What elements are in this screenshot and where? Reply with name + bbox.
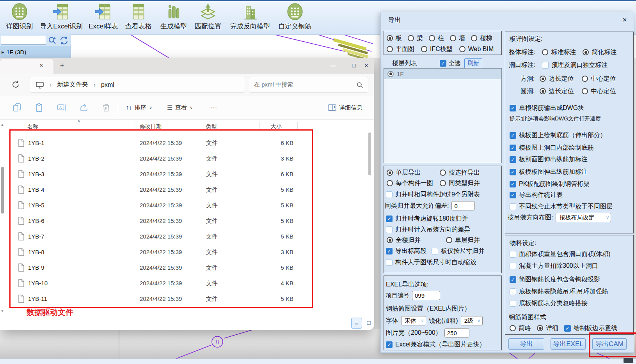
tab-close-icon[interactable]: × — [37, 61, 46, 70]
column-divider[interactable] — [203, 122, 203, 129]
ribbon-button-view-table[interactable]: 查看表格 — [122, 3, 155, 31]
table-row[interactable]: 1YB-42024/4/22 15:39文件5 KB — [11, 182, 364, 198]
radio-same-type-merge[interactable] — [440, 180, 446, 186]
copy-icon[interactable] — [12, 103, 22, 112]
table-row[interactable]: 1YB-62024/4/22 15:39文件5 KB — [11, 214, 364, 229]
table-row[interactable]: 1YB-102024/4/22 15:39文件4 KB — [11, 276, 364, 292]
checkbox-autoscale[interactable] — [386, 259, 393, 266]
view-menu[interactable]: ☰ 查看 ∨ — [167, 102, 193, 113]
checkbox-dwg-block[interactable] — [510, 105, 516, 111]
radio-whole-building-merge[interactable] — [387, 237, 393, 243]
column-header-date[interactable]: 修改日期 — [140, 123, 162, 130]
minimize-button[interactable]: — — [327, 60, 339, 71]
layout-dropdown[interactable]: 按板布局设定∨ — [556, 213, 611, 222]
ribbon-button-finish-reverse-model[interactable]: 完成反向模型 — [226, 3, 275, 31]
checkbox-include-opening-area[interactable] — [510, 251, 516, 258]
radio-standard-dim[interactable] — [542, 49, 548, 55]
radio-plate[interactable] — [387, 35, 393, 41]
checkbox-deduct-concrete[interactable] — [510, 263, 516, 269]
paste-icon[interactable] — [35, 103, 44, 112]
search-icon[interactable] — [356, 81, 363, 88]
radio-plan-view[interactable] — [387, 46, 393, 52]
left-scrollbar-thumb[interactable] — [1, 167, 4, 214]
breadcrumb[interactable]: › 新建文件夹 › pxml — [30, 77, 245, 93]
export-cam-button[interactable]: 导出CAM — [592, 338, 627, 350]
close-button[interactable]: × — [361, 60, 372, 71]
ribbon-button-custom-rebar[interactable]: 自定义钢筋 — [276, 3, 314, 31]
large-icon-view-toggle[interactable]: □ — [364, 318, 374, 328]
floor-item-1f[interactable]: 1F — [384, 69, 501, 79]
radio-ifc-model[interactable] — [421, 46, 427, 52]
explorer-search-input[interactable]: 在 pxml 中搜索 — [249, 77, 368, 93]
refresh-icon[interactable] — [11, 80, 20, 89]
ribbon-button-match-position[interactable]: 匹配位置 — [191, 3, 225, 31]
export-button[interactable]: 导出 — [508, 338, 544, 350]
checkbox-section-rebar-dim[interactable] — [510, 156, 516, 163]
checkbox-opening-independent[interactable] — [542, 62, 549, 69]
radio-square-center[interactable] — [582, 76, 588, 82]
radio-one-per-component[interactable] — [387, 180, 393, 186]
checkbox-excel-compat[interactable] — [386, 341, 393, 348]
dialog-close-button[interactable]: × — [620, 15, 630, 25]
tree-item-1f-3d[interactable]: ▸ 1F (3D) — [0, 46, 71, 58]
radio-by-selection-export[interactable] — [440, 170, 446, 176]
more-options-icon[interactable]: ⋯ — [211, 102, 217, 113]
checkbox-draw-edge-line[interactable] — [564, 325, 571, 332]
export-exel-button[interactable]: 导出EXEL — [551, 338, 586, 350]
maximize-button[interactable]: □ — [348, 60, 360, 71]
delete-icon[interactable] — [101, 103, 111, 112]
radio-style-detail[interactable] — [537, 325, 543, 331]
rename-icon[interactable]: A — [57, 103, 66, 112]
radio-column[interactable] — [429, 35, 435, 41]
refresh-button[interactable]: 刷新 — [464, 58, 482, 68]
zoom-plus-icon[interactable] — [48, 36, 57, 45]
checkbox-hide-hoist-ring[interactable] — [510, 288, 516, 295]
checkbox-elevation[interactable] — [386, 248, 393, 254]
checkbox-pk-truss[interactable] — [510, 181, 516, 187]
breadcrumb-item-pxml[interactable]: pxml — [101, 81, 114, 88]
radio-single-floor-export[interactable] — [387, 170, 393, 176]
table-row[interactable]: 1YB-82024/4/22 15:39文件3 KB — [11, 245, 364, 260]
ribbon-button-import-excel[interactable]: 导入Excel识别 — [37, 3, 85, 31]
radio-wall[interactable] — [450, 35, 456, 41]
ribbon-button-generate-model[interactable]: 生成模型 — [157, 3, 190, 31]
scroll-down-icon[interactable]: ▼ — [0, 309, 4, 313]
column-divider[interactable] — [135, 122, 135, 129]
table-row[interactable]: 1YB-112024/4/22 15:39文件5 KB — [11, 292, 364, 307]
checkbox-hook-projection[interactable] — [510, 276, 516, 283]
model-search-input[interactable] — [1, 36, 46, 45]
checkbox-opening-bottom-rebar[interactable] — [510, 145, 516, 151]
radio-single-floor-merge[interactable] — [446, 237, 452, 243]
ribbon-button-excel-template[interactable]: Excel样表 — [87, 3, 120, 31]
radio-square-edge[interactable] — [540, 76, 546, 82]
radio-simplified-dim[interactable] — [583, 49, 589, 55]
checkbox-bottom-rebar-template[interactable] — [510, 132, 516, 139]
floor-listbox[interactable]: 1F — [384, 68, 502, 163]
expand-arrow-icon[interactable]: ▸ — [2, 49, 4, 55]
checkbox-hoist-diff[interactable] — [386, 226, 393, 233]
project-no-input[interactable]: 099 — [412, 291, 440, 300]
font-dropdown[interactable]: 宋体∨ — [401, 316, 426, 325]
column-header-name[interactable]: 名称 — [27, 123, 38, 130]
floor-radio[interactable] — [387, 71, 394, 77]
list-scrollbar-thumb[interactable] — [368, 133, 371, 175]
table-row[interactable]: 1YB-32024/4/22 15:39文件6 KB — [11, 167, 364, 182]
radio-round-edge[interactable] — [540, 88, 546, 94]
radio-beam[interactable] — [408, 35, 414, 41]
details-pane-toggle[interactable]: 详细信息 — [328, 102, 362, 113]
checkbox-box-layers[interactable] — [510, 203, 516, 210]
select-all-checkbox[interactable] — [440, 60, 446, 67]
deviation-input[interactable]: 0 — [451, 201, 475, 210]
share-icon[interactable] — [79, 103, 89, 112]
checkbox-size-only[interactable] — [432, 248, 438, 254]
table-row[interactable]: 1YB-92024/4/22 15:39文件5 KB — [11, 260, 364, 276]
column-header-type[interactable]: 类型 — [206, 123, 217, 130]
refresh-icon[interactable] — [59, 36, 69, 45]
this-pc-icon[interactable] — [36, 81, 44, 89]
checkbox-component-stats[interactable] — [510, 192, 516, 198]
table-row[interactable]: 1YB-22024/4/22 15:39文件3 KB — [11, 151, 364, 167]
column-divider[interactable] — [297, 122, 298, 129]
breadcrumb-item-folder[interactable]: 新建文件夹 — [57, 81, 88, 89]
new-tab-icon[interactable]: + — [58, 61, 66, 70]
table-row[interactable]: 1YB-12024/4/22 15:39文件6 KB — [11, 136, 364, 151]
